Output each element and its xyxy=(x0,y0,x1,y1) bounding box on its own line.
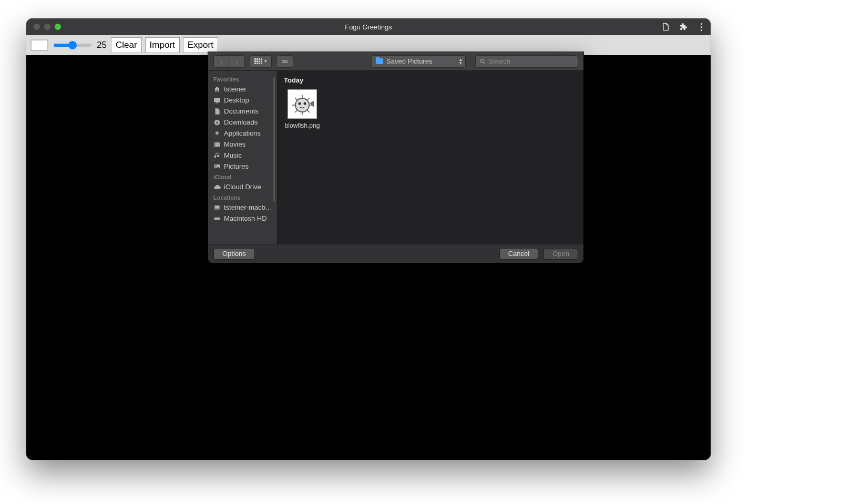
music-icon xyxy=(213,152,221,159)
titlebar: Fugu Greetings xyxy=(26,18,711,35)
documents-icon xyxy=(213,108,221,115)
color-swatch[interactable] xyxy=(30,39,48,51)
sidebar-item-label: Macintosh HD xyxy=(224,214,267,222)
svg-rect-6 xyxy=(214,205,219,208)
sidebar: Favorites tsteiner Desktop Documents xyxy=(208,71,278,244)
sidebar-scrollbar[interactable] xyxy=(273,76,276,202)
import-button[interactable]: Import xyxy=(145,37,180,53)
downloads-icon xyxy=(213,119,221,126)
sidebar-favorites-header: Favorites xyxy=(208,74,277,84)
sidebar-item-label: tsteiner-macb… xyxy=(224,203,272,211)
sidebar-item-macintosh-hd[interactable]: Macintosh HD xyxy=(208,213,277,224)
svg-point-5 xyxy=(216,165,217,166)
dialog-body: Favorites tsteiner Desktop Documents xyxy=(208,71,583,244)
close-window-button[interactable] xyxy=(34,24,40,30)
sidebar-item-label: Applications xyxy=(224,129,261,137)
chevron-left-icon: ‹ xyxy=(220,58,223,65)
sidebar-item-music[interactable]: Music xyxy=(208,150,277,161)
updown-arrows-icon: ▴▾ xyxy=(459,58,462,65)
traffic-lights xyxy=(26,24,61,30)
open-button[interactable]: Open xyxy=(543,248,578,260)
grid-view-icon xyxy=(254,58,262,64)
cancel-button[interactable]: Cancel xyxy=(499,248,538,260)
nav-forward-button[interactable]: › xyxy=(229,55,245,68)
slider-value: 25 xyxy=(97,40,107,50)
minimize-window-button[interactable] xyxy=(44,24,50,30)
group-button[interactable] xyxy=(277,55,293,68)
more-menu-icon[interactable] xyxy=(697,23,705,31)
sidebar-item-icloud-drive[interactable]: iCloud Drive xyxy=(208,181,277,192)
clear-button[interactable]: Clear xyxy=(111,37,142,53)
desktop-icon xyxy=(213,97,221,104)
chevron-down-icon: ▾ xyxy=(264,59,267,64)
page-icon[interactable] xyxy=(661,23,670,31)
sidebar-item-macbook[interactable]: tsteiner-macb… xyxy=(208,202,277,213)
movies-icon xyxy=(213,141,221,148)
nav-back-button[interactable]: ‹ xyxy=(213,55,229,68)
titlebar-right xyxy=(661,23,705,31)
folder-icon xyxy=(376,58,383,64)
sidebar-item-label: iCloud Drive xyxy=(224,183,261,191)
sidebar-item-label: Desktop xyxy=(224,96,249,104)
file-thumbnail xyxy=(288,89,317,119)
search-input[interactable] xyxy=(489,57,573,65)
view-seg: ▾ xyxy=(250,55,272,68)
path-popup[interactable]: Saved Pictures ▴▾ xyxy=(371,55,466,68)
cloud-icon xyxy=(213,183,221,191)
extensions-icon[interactable] xyxy=(679,23,688,31)
brush-size-slider[interactable] xyxy=(54,44,91,47)
dialog-toolbar: ‹ › ▾ Saved Pictures ▴▾ xyxy=(208,52,583,71)
file-name-label: blowfish.png xyxy=(284,122,321,129)
export-button[interactable]: Export xyxy=(183,37,218,53)
app-window: Fugu Greetings 25 Clear Import Export ‹ … xyxy=(26,18,711,460)
sidebar-item-label: Downloads xyxy=(224,118,258,126)
search-field[interactable] xyxy=(475,55,578,68)
svg-line-16 xyxy=(307,98,310,100)
svg-rect-1 xyxy=(216,102,219,103)
sidebar-item-label: Documents xyxy=(224,107,259,115)
sidebar-item-label: Movies xyxy=(224,140,245,148)
laptop-icon xyxy=(213,204,221,211)
svg-line-15 xyxy=(295,98,297,100)
slider-thumb[interactable] xyxy=(68,41,77,49)
sidebar-item-pictures[interactable]: Pictures xyxy=(208,161,277,172)
svg-point-12 xyxy=(299,102,301,105)
sidebar-item-desktop[interactable]: Desktop xyxy=(208,95,277,106)
svg-rect-7 xyxy=(214,209,220,209)
sidebar-item-documents[interactable]: Documents xyxy=(208,106,277,117)
svg-rect-0 xyxy=(214,98,220,102)
open-file-dialog: ‹ › ▾ Saved Pictures ▴▾ xyxy=(208,52,583,263)
sidebar-item-applications[interactable]: Applications xyxy=(208,128,277,139)
group-seg xyxy=(277,55,293,68)
file-grid: blowfish.png xyxy=(284,89,577,129)
disk-icon xyxy=(213,215,221,222)
dialog-footer: Options Cancel Open xyxy=(208,244,583,263)
view-mode-button[interactable]: ▾ xyxy=(250,55,272,68)
svg-line-19 xyxy=(295,110,297,112)
group-header-today: Today xyxy=(284,75,577,89)
nav-seg: ‹ › xyxy=(213,55,245,68)
sidebar-item-movies[interactable]: Movies xyxy=(208,139,277,150)
fullscreen-window-button[interactable] xyxy=(55,24,61,30)
stack-icon xyxy=(281,58,289,65)
sidebar-item-label: tsteiner xyxy=(224,85,247,93)
blowfish-image-icon xyxy=(290,91,315,117)
home-icon xyxy=(213,86,221,93)
svg-point-9 xyxy=(219,218,219,219)
path-label: Saved Pictures xyxy=(386,57,432,65)
file-list: Today xyxy=(278,71,583,244)
svg-line-20 xyxy=(307,110,310,112)
sidebar-item-label: Pictures xyxy=(224,162,249,170)
file-item-blowfish[interactable]: blowfish.png xyxy=(284,89,321,129)
search-icon xyxy=(480,58,486,65)
sidebar-icloud-header: iCloud xyxy=(208,172,277,181)
chevron-right-icon: › xyxy=(235,58,238,65)
applications-icon xyxy=(213,130,221,137)
sidebar-item-label: Music xyxy=(224,151,242,159)
pictures-icon xyxy=(213,163,221,170)
window-title: Fugu Greetings xyxy=(26,23,711,31)
options-button[interactable]: Options xyxy=(213,248,255,260)
sidebar-item-downloads[interactable]: Downloads xyxy=(208,117,277,128)
sidebar-item-home[interactable]: tsteiner xyxy=(208,84,277,95)
sidebar-locations-header: Locations xyxy=(208,192,277,202)
